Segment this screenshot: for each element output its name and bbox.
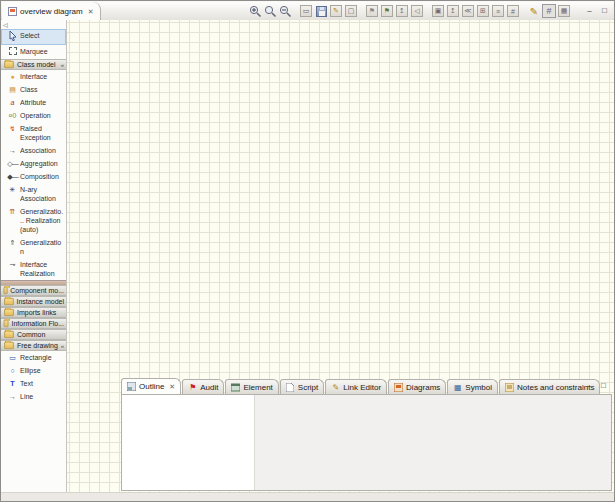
script-page-icon [286,383,295,392]
palette-item-interface[interactable]: ● Interface [1,70,66,83]
folder-icon [4,320,9,327]
show-table-button[interactable]: ▦ [557,4,571,18]
palette-tool-label: Marquee [20,47,65,56]
palette-item-operation[interactable]: o() Operation [1,109,66,122]
announce-button[interactable]: ◁ [410,4,424,18]
application-window: ↶ ↷ ✕ ▫ ▪ ↙ ✚ ▾ ↓ ✕ ≣ ↑ ▾ a ● ↘ ▦ [0,0,615,502]
folder-icon [4,298,13,305]
maximize-editor-button[interactable]: □ [599,5,610,16]
palette-item-nary-association[interactable]: ✳ N-ary Association [1,183,66,205]
close-icon[interactable]: ✕ [169,383,175,391]
palette-item-rectangle[interactable]: ▭ Rectangle [1,351,66,364]
aggregation-icon: ◇― [7,159,18,168]
pencil-icon: ✎ [530,6,538,17]
snap-to-grid-toggle[interactable]: # [542,4,556,18]
palette-collapse-row: ◁ [1,20,66,29]
select-frame-button[interactable]: ▢ [344,4,358,18]
tab-link-editor[interactable]: ✎ Link Editor [325,379,387,394]
palette-section-free-drawing[interactable]: Free drawing « [1,340,66,351]
link-editor-pencil-icon: ✎ [331,383,340,392]
chevrons-icon: ≪ [462,5,474,17]
palette-item-raised-exception[interactable]: ↯ Raised Exception [1,122,66,144]
print-button[interactable]: ▭ [299,4,313,18]
magnifier-plus-icon [249,5,262,18]
folder-icon [4,287,8,294]
tab-outline[interactable]: Outline ✕ [121,378,181,394]
ellipse-icon: ○ [7,366,18,375]
palette-section-imports-links[interactable]: Imports links [1,307,66,318]
palette-item-association[interactable]: → Association [1,144,66,157]
distribute-icon: ≡ [492,5,504,17]
chevron-icon: « [61,62,64,68]
maximize-bottom-panel-button[interactable]: □ [598,380,609,391]
minimize-editor-button[interactable]: – [584,5,595,16]
paste-style-button[interactable]: ⚑ [365,4,379,18]
arrow-up-icon: ↥ [396,5,408,17]
distribute-button[interactable]: ≡ [491,4,505,18]
palette-collapse-button[interactable]: ◁ [3,22,8,28]
palette-section-common[interactable]: Common [1,329,66,340]
palette-item-generalization[interactable]: ⇑ Generalization [1,236,66,258]
palette-item-generalization-realization-auto[interactable]: ⇈ Generalizatio... Realization (auto) [1,205,66,236]
export-button[interactable]: ↥ [395,4,409,18]
save-image-button[interactable]: ✎ [329,4,343,18]
palette-item-interface-realization[interactable]: ⊸ Interface Realization [1,258,66,280]
palette-item-ellipse[interactable]: ○ Ellipse [1,364,66,377]
zoom-in-button[interactable] [248,4,262,18]
save-diagram-button[interactable] [314,4,328,18]
palette-tool-marquee[interactable]: Marquee [1,45,66,59]
composition-icon: ◆― [7,172,18,181]
align-center-button[interactable]: ⊞ [476,4,490,18]
tab-audit[interactable]: ⚑ Audit [182,379,224,394]
palette-item-aggregation[interactable]: ◇― Aggregation [1,157,66,170]
align-center-icon: ⊞ [477,5,489,17]
palette-item-line[interactable]: → Line [1,390,66,403]
palette-section-label: Class model [17,61,56,68]
magnifier-icon [264,5,277,18]
box-icon: ▣ [432,5,444,17]
collapse-links-button[interactable]: ≪ [461,4,475,18]
palette-item-class[interactable]: ▤ Class [1,83,66,96]
owner-button[interactable]: ↥ [446,4,460,18]
flag-icon: ⚑ [381,5,393,17]
magnifier-minus-icon [279,5,292,18]
palette-section-information-flow[interactable]: Information Flo... [1,318,66,329]
tab-symbol[interactable]: ▦ Symbol [447,379,498,394]
close-icon[interactable]: ✕ [88,8,94,16]
diagram-editor: overview diagram ✕ ▭ ✎ ▢ ⚑ ⚑ ↥ ◁ ▣ ↥ [1,1,614,356]
palette-item-text[interactable]: T Text [1,377,66,390]
palette-item-composition[interactable]: ◆― Composition [1,170,66,183]
palette-section-component-model[interactable]: Component mo... [1,285,66,296]
palette-section-class-model[interactable]: Class model « [1,59,66,70]
folder-icon [4,309,14,316]
operation-icon: o() [7,111,18,120]
editor-tab-overview-diagram[interactable]: overview diagram ✕ [2,2,101,21]
editor-tab-bar: overview diagram ✕ ▭ ✎ ▢ ⚑ ⚑ ↥ ◁ ▣ ↥ [2,2,613,21]
palette-tool-select[interactable]: Select [1,29,66,45]
edit-style-button[interactable]: ✎ [527,4,541,18]
zoom-out-button[interactable] [278,4,292,18]
audit-flag-icon: ⚑ [188,383,197,392]
palette-section-instance-model[interactable]: Instance model [1,296,66,307]
tab-diagrams[interactable]: Diagrams [388,379,446,394]
flag-button[interactable]: ⚑ [380,4,394,18]
mask-button[interactable]: ▣ [431,4,445,18]
nary-association-icon: ✳ [7,185,18,194]
tab-element[interactable]: Element [225,379,278,394]
bottom-view-stack: Outline ✕ ⚑ Audit Element Script ✎ Link … [121,378,612,491]
generalization-realization-icon: ⇈ [7,207,18,216]
zoom-actual-button[interactable] [263,4,277,18]
notes-icon [505,383,514,392]
diagram-icon [8,7,17,16]
rectangle-icon: ▭ [7,353,18,362]
generalization-icon: ⇑ [7,238,18,247]
folder-icon [4,331,14,338]
diagrams-icon [394,383,403,392]
palette-item-attribute[interactable]: a Attribute [1,96,66,109]
minimize-bottom-panel-button[interactable]: – [583,380,594,391]
outline-icon [127,382,136,391]
raised-exception-icon: ↯ [7,124,18,133]
grid-button[interactable]: # [506,4,520,18]
symbol-icon: ▦ [453,383,462,392]
tab-script[interactable]: Script [280,379,324,394]
